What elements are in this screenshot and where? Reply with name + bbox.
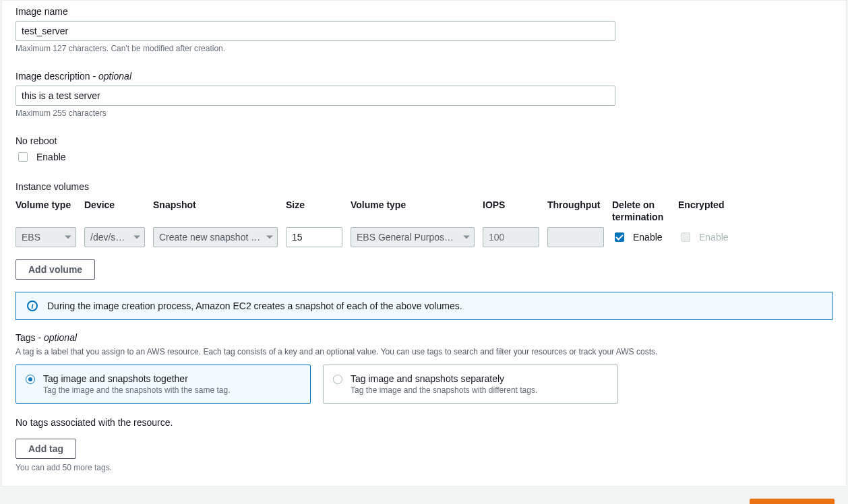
image-description-input[interactable] <box>16 86 615 106</box>
volume-type-2-select[interactable]: EBS General Purpose SS… <box>351 227 475 247</box>
col-encrypted: Encrypted <box>678 199 736 224</box>
instance-volumes-group: Instance volumes Volume type EBS Device … <box>16 181 832 320</box>
tags-label-text: Tags - <box>16 332 44 343</box>
device-select[interactable]: /dev/s… <box>84 227 145 247</box>
tag-mode-radio-group: Tag image and snapshots together Tag the… <box>16 365 832 404</box>
no-reboot-group: No reboot Enable <box>16 135 832 164</box>
snapshot-select[interactable]: Create new snapshot fr… <box>153 227 278 247</box>
snapshot-info-text: During the image creation process, Amazo… <box>47 301 462 311</box>
chevron-down-icon <box>65 236 71 239</box>
volume-type-1-select[interactable]: EBS <box>16 227 76 247</box>
image-description-optional: optional <box>98 71 131 82</box>
col-volume-type-1: Volume type <box>16 199 76 224</box>
chevron-down-icon <box>133 236 140 239</box>
image-description-hint: Maximum 255 characters <box>16 108 832 118</box>
tag-separately-radio[interactable]: Tag image and snapshots separately Tag t… <box>323 365 618 404</box>
add-volume-button[interactable]: Add volume <box>16 259 95 280</box>
col-size: Size <box>286 199 342 224</box>
col-delete-on-term: Delete on termination <box>612 199 670 224</box>
tag-separately-sub: Tag the image and the snapshots with dif… <box>351 385 537 395</box>
create-image-button[interactable]: Create image <box>750 499 835 504</box>
col-iops: IOPS <box>483 199 539 224</box>
volumes-table: Volume type EBS Device /dev/s… <box>16 199 832 247</box>
tag-together-title: Tag image and snapshots together <box>43 373 231 384</box>
tag-separately-title: Tag image and snapshots separately <box>351 373 537 384</box>
no-tags-text: No tags associated with the resource. <box>16 417 832 428</box>
device-value: /dev/s… <box>90 232 125 243</box>
encrypted-checkbox <box>681 232 690 242</box>
image-name-label: Image name <box>16 6 832 17</box>
delete-on-termination-checkbox[interactable] <box>615 232 624 242</box>
tags-label: Tags - optional <box>16 332 832 343</box>
no-reboot-label: No reboot <box>16 135 832 146</box>
image-name-group: Image name Maximum 127 characters. Can't… <box>16 6 832 53</box>
throughput-input <box>547 227 604 247</box>
col-volume-type-2: Volume type <box>351 199 475 224</box>
tags-remaining-hint: You can add 50 more tags. <box>16 463 832 472</box>
size-input[interactable] <box>286 227 342 247</box>
col-snapshot: Snapshot <box>153 199 278 224</box>
col-device: Device <box>84 199 145 224</box>
dialog-footer: Cancel Create image <box>0 486 848 504</box>
create-image-panel: Image name Maximum 127 characters. Can't… <box>1 0 847 486</box>
info-icon: i <box>27 301 38 311</box>
iops-input <box>483 227 539 247</box>
image-description-label-text: Image description - <box>16 71 98 82</box>
image-description-group: Image description - optional Maximum 255… <box>16 71 832 118</box>
image-name-hint: Maximum 127 characters. Can't be modifie… <box>16 44 832 53</box>
encrypted-enable-label: Enable <box>699 232 729 243</box>
no-reboot-checkbox[interactable] <box>18 152 28 162</box>
radio-icon <box>26 375 35 384</box>
snapshot-info-box: i During the image creation process, Ama… <box>16 292 832 320</box>
add-tag-button[interactable]: Add tag <box>16 439 76 459</box>
chevron-down-icon <box>266 236 273 239</box>
tags-optional: optional <box>44 332 77 343</box>
cancel-button[interactable]: Cancel <box>693 499 743 504</box>
snapshot-value: Create new snapshot fr… <box>159 232 261 243</box>
tag-together-radio[interactable]: Tag image and snapshots together Tag the… <box>16 365 311 404</box>
radio-icon <box>333 375 342 384</box>
tags-group: Tags - optional A tag is a label that yo… <box>16 332 832 472</box>
volume-type-1-value: EBS <box>22 232 40 243</box>
tags-description: A tag is a label that you assign to an A… <box>16 347 832 356</box>
col-throughput: Throughput <box>547 199 604 224</box>
image-name-input[interactable] <box>16 21 615 41</box>
tag-together-sub: Tag the image and the snapshots with the… <box>43 385 231 395</box>
volume-type-2-value: EBS General Purpose SS… <box>357 232 458 243</box>
chevron-down-icon <box>463 236 470 239</box>
delete-on-termination-enable-label: Enable <box>633 232 663 243</box>
image-description-label: Image description - optional <box>16 71 832 82</box>
instance-volumes-label: Instance volumes <box>16 181 832 192</box>
no-reboot-enable-label: Enable <box>36 152 66 162</box>
